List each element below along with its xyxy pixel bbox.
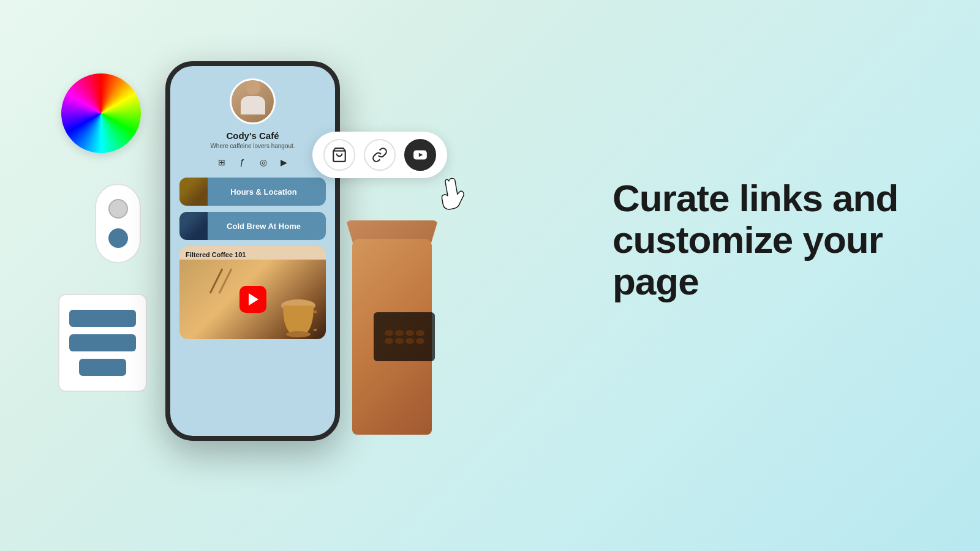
main-heading: Curate links and customize your page (612, 178, 919, 303)
avatar-body (241, 96, 265, 114)
video-card[interactable]: Filtered Coffee 101 (179, 246, 326, 339)
main-heading-line2: customize your page (612, 219, 883, 302)
social-icon-facebook[interactable]: ƒ (236, 156, 249, 169)
avatar (230, 78, 276, 124)
toggle-widget (95, 184, 141, 263)
social-icons-row: ⊞ ƒ ◎ ▶ (215, 156, 291, 169)
bean-2 (395, 330, 404, 336)
main-heading-line1: Curate links and (612, 177, 898, 219)
play-triangle-icon (249, 293, 258, 305)
color-wheel[interactable] (61, 73, 141, 153)
link-thumb-brew (179, 212, 208, 240)
layout-bar-3 (79, 359, 126, 376)
bean-4 (416, 330, 424, 336)
social-icon-instagram[interactable]: ◎ (257, 156, 270, 169)
link-button-hours[interactable]: Hours & Location (179, 178, 326, 206)
link-label-brew: Cold Brew At Home (208, 222, 326, 231)
profile-name: Cody's Café (226, 130, 279, 141)
bag-body (352, 239, 432, 435)
tray-icon-link[interactable] (364, 139, 396, 171)
social-icon-youtube[interactable]: ▶ (277, 156, 291, 169)
main-text-block: Curate links and customize your page (612, 178, 919, 303)
youtube-icon (412, 147, 428, 163)
shopping-bag-icon (331, 147, 347, 163)
svg-point-1 (286, 331, 311, 337)
bag-label (374, 312, 435, 361)
play-button[interactable] (239, 286, 266, 313)
video-thumbnail (179, 260, 326, 339)
profile-bio: Where caffeine lovers hangout. (210, 143, 295, 149)
link-thumb-hours (179, 178, 208, 206)
link-icon (372, 147, 388, 163)
social-icon-store[interactable]: ⊞ (215, 156, 228, 169)
toggle-dot-active[interactable] (108, 228, 128, 248)
phone-inner: Cody's Café Where caffeine lovers hangou… (170, 66, 335, 436)
bean-3 (405, 330, 414, 336)
tray-icon-shopping[interactable] (323, 139, 355, 171)
layout-bar-1 (69, 310, 136, 327)
bag-beans (382, 327, 428, 347)
bean-7 (405, 338, 414, 344)
video-title: Filtered Coffee 101 (186, 251, 246, 258)
coffee-cup-icon (280, 296, 317, 339)
bean-8 (416, 338, 424, 344)
icon-tray (312, 132, 447, 178)
toggle-dot-inactive[interactable] (108, 199, 128, 219)
layout-widget (58, 294, 147, 392)
link-label-hours: Hours & Location (208, 187, 326, 197)
avatar-head (246, 80, 260, 95)
link-button-brew[interactable]: Cold Brew At Home (179, 212, 326, 240)
bean-5 (385, 338, 393, 344)
bean-6 (395, 338, 404, 344)
phone-mockup: Cody's Café Where caffeine lovers hangou… (165, 61, 340, 441)
layout-bar-2 (69, 334, 136, 351)
bean-1 (385, 330, 393, 336)
coffee-bag (340, 190, 444, 435)
phone-container: Cody's Café Where caffeine lovers hangou… (165, 61, 340, 441)
tray-icon-youtube[interactable] (404, 139, 436, 171)
